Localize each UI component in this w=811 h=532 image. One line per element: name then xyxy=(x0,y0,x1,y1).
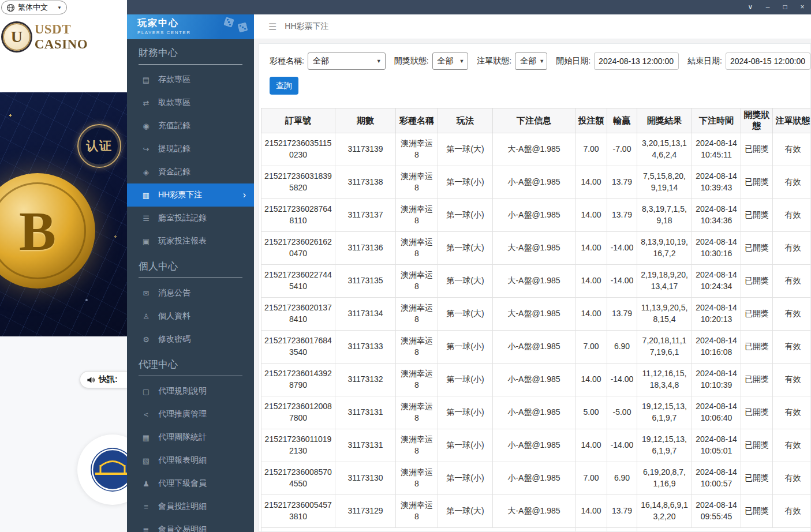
cell-bet-time: 2024-08-14 10:24:34 xyxy=(692,265,741,298)
cell-win-loss: -14.00 xyxy=(607,265,637,298)
cell-win-loss: 6.90 xyxy=(607,331,637,364)
cell-draw-status: 已開獎 xyxy=(741,495,773,528)
chevron-right-icon: › xyxy=(243,190,246,200)
draw-status-select[interactable]: 全部 ▼ xyxy=(432,53,469,70)
cell-draw-result: 11,13,9,20,5,8,15,4 xyxy=(637,298,692,331)
cell-play: 第一球(小) xyxy=(438,331,493,364)
table-row: 215217236012008780031173131澳洲幸运8第一球(小)小-… xyxy=(261,396,811,429)
cell-draw-result: 7,5,15,8,20,9,19,14 xyxy=(637,166,692,199)
column-header: 開獎狀態 xyxy=(741,108,773,133)
sidebar-item-change-password[interactable]: ⚙修改密碼 xyxy=(127,328,254,351)
table-row: 215217236022744541031173135澳洲幸运8第一球(大)大-… xyxy=(261,265,811,298)
sidebar-item-announcements[interactable]: ✉消息公告 xyxy=(127,282,254,305)
sidebar-subtitle: PLAYERS CENTER xyxy=(137,30,254,35)
start-date-input[interactable] xyxy=(594,53,679,70)
cell-lottery-name: 澳洲幸运8 xyxy=(396,364,438,396)
sidebar-item-agent-rules[interactable]: ▢代理規則說明 xyxy=(127,380,254,403)
cell-bet-status: 有效 xyxy=(773,265,811,298)
cell-bet-time: 2024-08-14 10:39:43 xyxy=(692,166,741,199)
cell-bet-amount: 14.00 xyxy=(575,429,607,462)
menu-toggle-icon[interactable]: ☰ xyxy=(268,21,276,32)
sidebar-item-label: 代理推廣管理 xyxy=(158,409,207,419)
window-dropdown-button[interactable]: ∨ xyxy=(742,0,759,14)
sidebar-item-profile[interactable]: ♙個人資料 xyxy=(127,305,254,328)
cell-lottery-name: 澳洲幸运8 xyxy=(396,331,438,364)
cell-win-loss: -5.00 xyxy=(607,396,637,429)
column-header: 訂單號 xyxy=(261,108,335,133)
cell-bet-time: 2024-08-14 10:20:13 xyxy=(692,298,741,331)
cell-lottery-name: 澳洲幸运8 xyxy=(396,166,438,199)
brand-logo: U USDT CASINO xyxy=(3,22,127,52)
cell-lottery-name: 澳洲幸运8 xyxy=(396,396,438,429)
search-button[interactable]: 查詢 xyxy=(270,77,298,95)
cell-bet-amount: 5.00 xyxy=(575,396,607,429)
sidebar-item-player-bet-report[interactable]: ▣玩家投注報表 xyxy=(127,230,254,253)
sidebar-item-member-transaction-detail[interactable]: ≣會員交易明細 xyxy=(127,518,254,532)
sidebar-item-label: 代理團隊統計 xyxy=(158,432,207,443)
cell-lottery-name: 澳洲幸运8 xyxy=(396,199,438,232)
lottery-name-select[interactable]: 全部 ▼ xyxy=(308,53,386,70)
sidebar-item-label: 玩家投注報表 xyxy=(158,236,207,246)
cell-bet-status: 有效 xyxy=(773,199,811,232)
sidebar-section-title: 個人中心 xyxy=(139,260,242,278)
cell-play: 第一球(大) xyxy=(438,495,493,528)
cell-order-no: 2152172360201378410 xyxy=(261,298,335,331)
cell-draw-status: 已開獎 xyxy=(741,364,773,396)
content-card: 彩種名稱: 全部 ▼ 開獎狀態: 全部 ▼ 注單狀態: 全部 ▼ 開始日期: 結… xyxy=(259,43,811,532)
sidebar-item-agent-promotion[interactable]: <代理推廣管理 xyxy=(127,403,254,426)
cell-win-loss: -7.00 xyxy=(607,133,637,166)
sidebar-item-agent-report-detail[interactable]: ▧代理報表明細 xyxy=(127,449,254,472)
cell-bet-info: 大-A盤@1.985 xyxy=(493,232,575,265)
cell-bet-time: 2024-08-14 10:05:01 xyxy=(692,429,741,462)
end-date-input[interactable] xyxy=(726,53,810,70)
language-selector[interactable]: 繁体中文 ▼ xyxy=(1,1,67,14)
cell-bet-status: 有效 xyxy=(773,429,811,462)
cell-period: 31173137 xyxy=(335,199,396,232)
window-close-button[interactable]: × xyxy=(794,0,811,14)
cell-period: 31173136 xyxy=(335,232,396,265)
sidebar-item-label: 取款專區 xyxy=(158,98,190,108)
deposit-card-icon: ▤ xyxy=(141,76,151,84)
sidebar-item-deposit-area[interactable]: ▤存款專區 xyxy=(127,68,254,91)
cell-win-loss: 13.79 xyxy=(607,166,637,199)
sidebar-item-hh-lottery-bet[interactable]: ▥HH彩票下注› xyxy=(127,183,254,207)
news-ticker[interactable]: 快訊: xyxy=(80,371,127,388)
cell-bet-info: 小-A盤@1.985 xyxy=(493,364,575,396)
sidebar-item-agent-team-stats[interactable]: ▦代理團隊統計 xyxy=(127,426,254,449)
cell-draw-result: 11,12,16,15,18,3,4,8 xyxy=(637,364,692,396)
footer-empty xyxy=(637,528,811,532)
sidebar-item-funds-record[interactable]: ◈資金記錄 xyxy=(127,160,254,183)
cell-order-no: 2152172360054573810 xyxy=(261,495,335,528)
window-maximize-button[interactable]: □ xyxy=(776,0,794,14)
cell-bet-time: 2024-08-14 10:10:39 xyxy=(692,364,741,396)
cell-bet-amount: 14.00 xyxy=(575,232,607,265)
cell-bet-amount: 7.00 xyxy=(575,133,607,166)
sidebar-section-title: 財務中心 xyxy=(139,46,242,65)
sidebar-item-withdraw-area[interactable]: ⇄取款專區 xyxy=(127,91,254,114)
window-minimize-button[interactable]: – xyxy=(759,0,776,14)
cell-bet-info: 小-A盤@1.985 xyxy=(493,331,575,364)
member-bet-detail-icon: ≡ xyxy=(141,503,151,511)
sidebar-item-member-bet-detail[interactable]: ≡會員投註明細 xyxy=(127,495,254,518)
sidebar: 玩家中心 PLAYERS CENTER 財務中心▤存款專區⇄取款專區◉充值記錄↪… xyxy=(127,14,254,532)
cell-play: 第一球(小) xyxy=(438,199,493,232)
cell-bet-info: 大-A盤@1.985 xyxy=(493,133,575,166)
sidebar-item-recharge-record[interactable]: ◉充值記錄 xyxy=(127,114,254,137)
cell-bet-info: 小-A盤@1.985 xyxy=(493,429,575,462)
sidebar-item-room-bet-record[interactable]: ☰廳室投註記錄 xyxy=(127,207,254,230)
cell-play: 第一球(小) xyxy=(438,166,493,199)
cell-bet-time: 2024-08-14 10:30:16 xyxy=(692,232,741,265)
sidebar-item-agent-sub-members[interactable]: ♟代理下級會員 xyxy=(127,472,254,495)
password-icon: ⚙ xyxy=(141,335,151,344)
sidebar-header: 玩家中心 PLAYERS CENTER xyxy=(127,14,254,39)
bet-status-select[interactable]: 全部 ▼ xyxy=(515,53,547,70)
cell-bet-info: 小-A盤@1.985 xyxy=(493,396,575,429)
caret-down-icon: ▼ xyxy=(539,58,544,64)
cell-play: 第一球(大) xyxy=(438,232,493,265)
cell-draw-result: 8,13,9,10,19,16,7,2 xyxy=(637,232,692,265)
member-transaction-icon: ≣ xyxy=(141,526,151,532)
cell-play: 第一球(大) xyxy=(438,265,493,298)
sidebar-item-withdrawal-record[interactable]: ↪提現記錄 xyxy=(127,137,254,160)
player-report-icon: ▣ xyxy=(141,237,151,246)
cell-draw-result: 3,20,15,13,14,6,2,4 xyxy=(637,133,692,166)
